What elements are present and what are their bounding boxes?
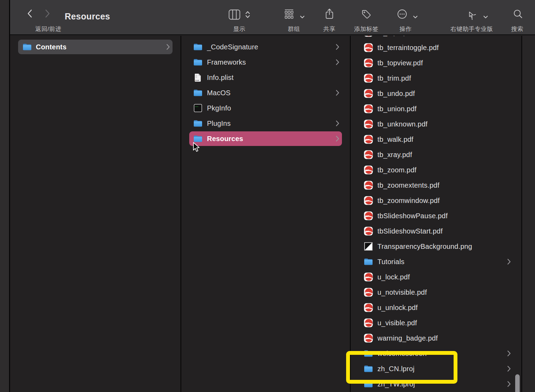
list-item[interactable]: zh_CN.lproj — [351, 361, 521, 376]
up-down-chevrons-icon — [245, 10, 250, 19]
pdf-icon — [364, 303, 373, 312]
list-item[interactable]: welcomescreen — [351, 346, 521, 361]
pdf-icon — [364, 288, 373, 297]
view-sort-toggle[interactable] — [245, 10, 250, 19]
icon-box — [364, 350, 373, 357]
list-item[interactable]: warning_badge.pdf — [351, 330, 521, 346]
icon-box — [193, 120, 202, 127]
transparency-icon — [364, 242, 373, 251]
item-label: tb_unknown.pdf — [377, 120, 428, 128]
list-item[interactable]: tb_zoomwindow.pdf — [351, 193, 521, 208]
pdf-icon — [364, 227, 373, 236]
chevron-right-icon — [507, 350, 511, 357]
list-item[interactable]: PlugIns — [181, 116, 350, 131]
folder-icon — [23, 43, 32, 51]
view-label: 显示 — [233, 25, 246, 33]
pdf-icon — [364, 196, 373, 205]
exec-icon — [194, 104, 202, 112]
group-button[interactable] — [284, 9, 294, 19]
back-button[interactable] — [26, 9, 33, 18]
icon-box — [364, 181, 373, 190]
share-icon — [324, 8, 335, 20]
column-contents: Contents — [10, 36, 181, 392]
plist-icon — [194, 73, 201, 82]
icon-box — [193, 89, 202, 97]
action-label: 操作 — [400, 25, 412, 33]
column-bundle: _CodeSignature Frameworks Info.plist Mac… — [181, 36, 350, 392]
list-item[interactable]: tb_unknown.pdf — [351, 116, 521, 132]
item-label: u_lock.pdf — [377, 273, 410, 281]
list-item[interactable]: u_lock.pdf — [351, 269, 521, 285]
list-item[interactable]: tb_tape.pdf — [351, 36, 521, 40]
view-mode-button[interactable] — [229, 9, 240, 20]
item-label: u_unlock.pdf — [377, 304, 418, 312]
list-item[interactable]: tbSlideshowStart.pdf — [351, 223, 521, 239]
item-label: tb_undo.pdf — [377, 90, 415, 98]
icon-box — [364, 334, 373, 343]
list-item[interactable]: TransparencyBackground.png — [351, 239, 521, 254]
list-item[interactable]: tb_walk.pdf — [351, 132, 521, 147]
list-item[interactable]: PkgInfo — [181, 100, 350, 116]
list-item[interactable]: _CodeSignature — [181, 39, 350, 55]
list-item[interactable]: Frameworks — [181, 55, 350, 70]
item-label: _CodeSignature — [207, 43, 258, 51]
list-item[interactable]: tb_topview.pdf — [351, 55, 521, 71]
item-label: TransparencyBackground.png — [377, 243, 472, 251]
folder-icon — [364, 380, 373, 388]
icon-box — [364, 36, 373, 37]
icon-box — [364, 211, 373, 220]
list-item[interactable]: Tutorials — [351, 254, 521, 269]
list-item[interactable]: Resources — [181, 131, 350, 146]
pdf-icon — [364, 211, 373, 220]
item-label: tb_trim.pdf — [377, 74, 411, 82]
list-item[interactable]: zh_TW.lproj — [351, 376, 521, 392]
action-button[interactable] — [397, 9, 407, 19]
pdf-icon — [364, 104, 373, 113]
icon-box — [364, 242, 373, 251]
chevron-right-icon — [336, 90, 340, 96]
assistant-dropdown-chevron[interactable] — [483, 15, 488, 19]
forward-button[interactable] — [44, 9, 51, 18]
list-item[interactable]: u_notvisible.pdf — [351, 285, 521, 300]
list-item[interactable]: tb_zoom.pdf — [351, 162, 521, 178]
file-list: tb_tape.pdf tb_terraintoggle.pdf tb_topv… — [351, 36, 521, 392]
folder-icon — [193, 58, 202, 66]
list-item[interactable]: tbSlideshowPause.pdf — [351, 208, 521, 223]
list-item[interactable]: u_visible.pdf — [351, 315, 521, 330]
list-item[interactable]: MacOS — [181, 85, 350, 100]
pdf-icon — [364, 89, 373, 98]
list-item[interactable]: tb_undo.pdf — [351, 86, 521, 101]
search-button[interactable] — [513, 9, 523, 19]
list-item[interactable]: Info.plist — [181, 70, 350, 85]
item-label: tb_xray.pdf — [377, 151, 412, 159]
group-dropdown-chevron[interactable] — [300, 15, 305, 19]
icon-box — [364, 227, 373, 236]
list-item[interactable]: tb_xray.pdf — [351, 147, 521, 162]
pdf-icon — [364, 74, 373, 83]
icon-box — [364, 258, 373, 266]
action-dropdown-chevron[interactable] — [413, 15, 418, 19]
share-label: 共享 — [324, 25, 336, 33]
pdf-icon — [364, 181, 373, 190]
folder-icon — [364, 350, 373, 357]
pdf-icon — [364, 58, 373, 67]
list-item[interactable]: tb_zoomextents.pdf — [351, 178, 521, 193]
list-item[interactable]: tb_trim.pdf — [351, 71, 521, 86]
list-item[interactable]: tb_union.pdf — [351, 101, 521, 116]
icon-box — [364, 318, 373, 327]
icon-box — [193, 135, 202, 142]
list-item[interactable]: u_unlock.pdf — [351, 300, 521, 315]
icon-box — [193, 104, 202, 112]
item-label: u_visible.pdf — [377, 319, 417, 327]
assistant-button[interactable] — [465, 9, 476, 20]
item-label: Frameworks — [207, 58, 246, 66]
icon-box — [364, 303, 373, 312]
add-tag-button[interactable] — [361, 9, 372, 19]
scrollbar-thumb[interactable] — [515, 374, 520, 392]
pdf-icon — [364, 334, 373, 343]
icon-box — [364, 43, 373, 52]
list-item[interactable]: Contents — [10, 39, 181, 55]
list-item[interactable]: tb_terraintoggle.pdf — [351, 40, 521, 55]
share-button[interactable] — [324, 8, 335, 20]
item-label: Info.plist — [207, 74, 233, 82]
